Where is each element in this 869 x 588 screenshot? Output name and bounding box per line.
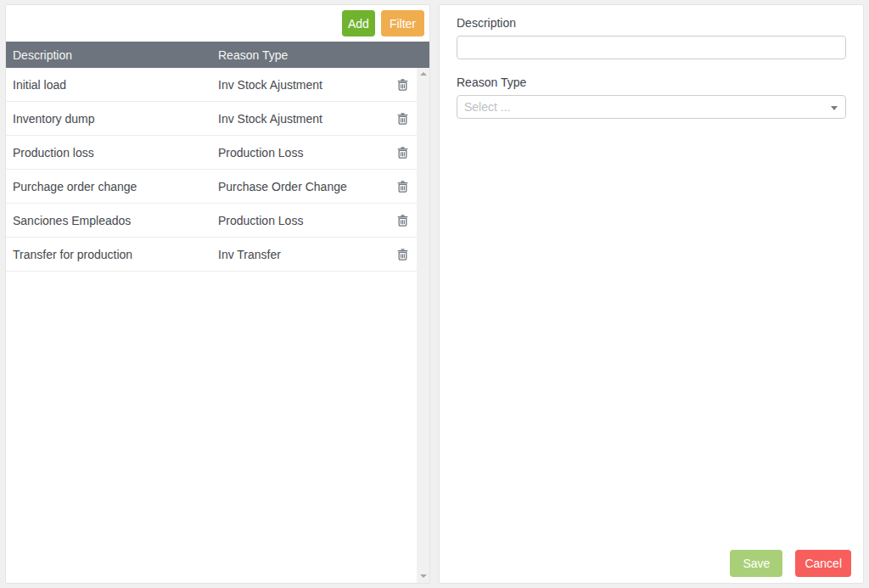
table-row[interactable]: Purchage order change Purchase Order Cha… — [6, 170, 417, 204]
reason-type-placeholder: Select ... — [464, 100, 510, 114]
column-header-description: Description — [6, 48, 218, 62]
vertical-scrollbar[interactable] — [417, 68, 429, 583]
table-row[interactable]: Initial load Inv Stock Ajustment — [6, 68, 417, 102]
row-reason-type: Production Loss — [218, 146, 388, 160]
page: Add Filter Description Reason Type Initi… — [0, 0, 869, 588]
form-actions: Save Cancel — [730, 550, 851, 577]
delete-row-button[interactable] — [395, 212, 410, 228]
reason-type-select[interactable]: Select ... — [457, 95, 846, 119]
delete-row-button[interactable] — [395, 246, 410, 262]
description-input[interactable] — [457, 36, 846, 59]
table-header: Description Reason Type — [6, 42, 429, 68]
column-header-reason-type: Reason Type — [218, 48, 429, 62]
table-scroll-area: Initial load Inv Stock Ajustment — [6, 68, 429, 583]
table-row[interactable]: Transfer for production Inv Transfer — [6, 238, 417, 272]
reason-form: Description Reason Type Select ... — [440, 5, 863, 131]
table-row[interactable]: Sanciones Empleados Production Loss — [6, 204, 417, 238]
trash-icon — [397, 146, 408, 159]
trash-icon — [397, 180, 408, 193]
row-description: Initial load — [6, 78, 218, 92]
delete-row-button[interactable] — [395, 110, 410, 126]
row-description: Inventory dump — [6, 112, 218, 126]
description-label: Description — [457, 17, 846, 30]
delete-row-button[interactable] — [395, 178, 410, 194]
chevron-down-icon — [831, 106, 838, 110]
trash-icon — [397, 78, 408, 91]
table-body: Initial load Inv Stock Ajustment — [6, 68, 417, 272]
row-description: Transfer for production — [6, 248, 218, 261]
row-reason-type: Inv Stock Ajustment — [218, 78, 388, 92]
trash-icon — [397, 248, 408, 260]
reasons-list-panel: Add Filter Description Reason Type Initi… — [5, 4, 430, 584]
add-button[interactable]: Add — [342, 10, 375, 36]
row-reason-type: Inv Stock Ajustment — [218, 112, 388, 126]
scrollbar-up-arrow-icon[interactable] — [420, 72, 427, 76]
row-description: Purchage order change — [6, 180, 218, 193]
scrollbar-down-arrow-icon[interactable] — [420, 574, 427, 578]
row-description: Production loss — [6, 146, 218, 160]
trash-icon — [397, 112, 408, 125]
row-reason-type: Inv Transfer — [218, 248, 388, 261]
row-description: Sanciones Empleados — [6, 214, 218, 227]
row-reason-type: Purchase Order Change — [218, 180, 388, 193]
trash-icon — [397, 214, 408, 227]
row-reason-type: Production Loss — [218, 214, 388, 227]
table-row[interactable]: Inventory dump Inv Stock Ajustment — [6, 102, 417, 136]
delete-row-button[interactable] — [395, 144, 410, 160]
save-button[interactable]: Save — [730, 550, 782, 577]
table-row[interactable]: Production loss Production Loss — [6, 136, 417, 170]
filter-button[interactable]: Filter — [381, 10, 424, 36]
cancel-button[interactable]: Cancel — [795, 550, 851, 577]
delete-row-button[interactable] — [395, 76, 410, 92]
list-toolbar: Add Filter — [6, 5, 429, 42]
reason-type-label: Reason Type — [457, 76, 846, 89]
reason-form-panel: Description Reason Type Select ... Save … — [439, 4, 864, 584]
